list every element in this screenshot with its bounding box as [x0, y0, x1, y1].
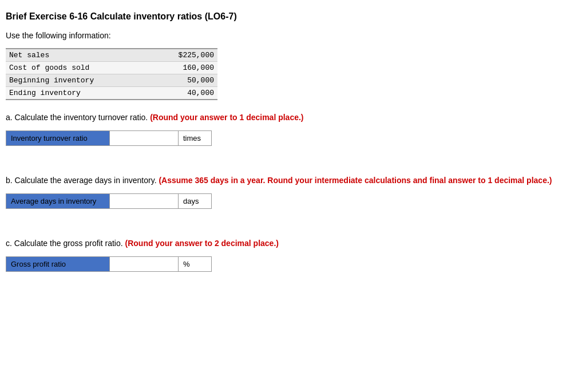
page-title: Brief Exercise 6-16 Calculate inventory … [6, 11, 580, 22]
table-cell-value: $225,000 [139, 49, 217, 62]
section-b-question: b. Calculate the average days in invento… [6, 175, 580, 187]
section-c-input[interactable] [109, 257, 178, 271]
section-a-question: a. Calculate the inventory turnover rati… [6, 112, 580, 124]
section-c-question: c. Calculate the gross profit ratio. (Ro… [6, 237, 580, 250]
table-row: Net sales$225,000 [6, 49, 217, 62]
section-b-label: Average days in inventory [6, 194, 109, 208]
table-row: Beginning inventory50,000 [6, 74, 217, 87]
section-c-question-highlight: (Round your answer to 2 decimal place.) [125, 239, 279, 248]
section-b-question-highlight: (Assume 365 days in a year. Round your i… [159, 176, 552, 185]
section-b-input-row: Average days in inventory days [6, 193, 212, 209]
page-container: Brief Exercise 6-16 Calculate inventory … [6, 11, 580, 272]
section-a: a. Calculate the inventory turnover rati… [6, 112, 580, 146]
section-a-input[interactable] [109, 131, 178, 145]
data-table: Net sales$225,000Cost of goods sold160,0… [6, 48, 217, 100]
table-row: Ending inventory40,000 [6, 87, 217, 100]
section-c: c. Calculate the gross profit ratio. (Ro… [6, 237, 580, 272]
table-row: Cost of goods sold160,000 [6, 62, 217, 74]
section-a-question-highlight: (Round your answer to 1 decimal place.) [150, 113, 303, 122]
table-cell-value: 50,000 [139, 74, 217, 87]
table-cell-value: 160,000 [139, 62, 217, 74]
section-c-question-prefix: c. Calculate the gross profit ratio. [6, 239, 123, 248]
table-cell-label: Beginning inventory [6, 74, 139, 87]
section-c-unit: % [178, 257, 195, 271]
section-b-unit: days [178, 194, 203, 208]
section-a-unit: times [178, 131, 205, 145]
table-cell-label: Net sales [6, 49, 139, 62]
section-a-question-prefix: a. Calculate the inventory turnover rati… [6, 113, 148, 122]
table-cell-label: Ending inventory [6, 87, 139, 100]
section-a-label: Inventory turnover ratio [6, 131, 109, 145]
section-b-input[interactable] [109, 194, 178, 208]
section-c-input-row: Gross profit ratio % [6, 256, 212, 272]
table-cell-label: Cost of goods sold [6, 62, 139, 74]
section-c-label: Gross profit ratio [6, 257, 109, 271]
section-a-input-row: Inventory turnover ratio times [6, 130, 212, 146]
intro-text: Use the following information: [6, 31, 580, 40]
table-cell-value: 40,000 [139, 87, 217, 100]
section-b: b. Calculate the average days in invento… [6, 175, 580, 209]
section-b-question-prefix: b. Calculate the average days in invento… [6, 176, 157, 185]
